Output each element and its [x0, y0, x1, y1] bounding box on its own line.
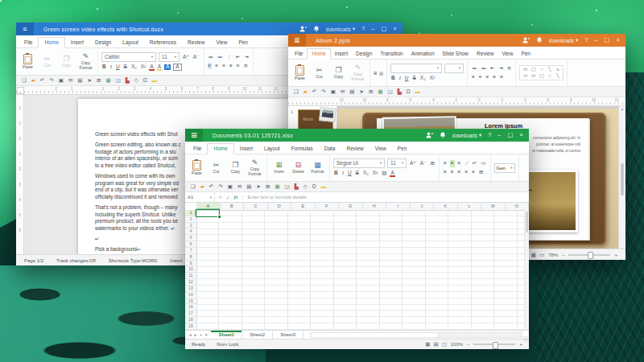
- underline-icon[interactable]: U: [404, 75, 410, 82]
- zoom-out-button[interactable]: –: [562, 253, 564, 257]
- confirm-entry-icon[interactable]: ✓: [226, 195, 230, 200]
- zoom-in-button[interactable]: +: [519, 342, 522, 347]
- spreadsheet-titlebar[interactable]: ⊞ Documents 03-01 125721.xlsx downloads …: [185, 129, 529, 142]
- close-button[interactable]: ×: [394, 26, 397, 32]
- column-header-g[interactable]: G: [339, 203, 363, 210]
- picture-icon[interactable]: ▦: [275, 184, 279, 190]
- writer-tab-insert[interactable]: Insert: [65, 38, 89, 47]
- row-header-8[interactable]: 8: [185, 254, 196, 261]
- cut-button[interactable]: ✂Cut: [39, 56, 56, 68]
- undo-icon[interactable]: ↶: [312, 89, 316, 95]
- sheet-tab-sheet3[interactable]: Sheet3: [273, 331, 303, 339]
- cells-area[interactable]: [196, 210, 525, 330]
- align-middle-icon[interactable]: ≡: [450, 160, 455, 167]
- zoom-out-button[interactable]: –: [467, 342, 469, 347]
- indent-increase-icon[interactable]: ⇥: [497, 65, 503, 72]
- shape-blank[interactable]: ▭: [522, 67, 529, 72]
- worksheet-grid[interactable]: ABCDEFGHIJKLMN 1234567891011121314151617…: [185, 203, 529, 330]
- minimize-button[interactable]: –: [371, 26, 374, 32]
- fill-color-icon[interactable]: ▨: [381, 170, 387, 177]
- font-name-combo[interactable]: ▾: [390, 64, 442, 73]
- writer-tab-file[interactable]: File: [19, 38, 38, 47]
- grid-vertical-scrollbar[interactable]: [524, 210, 529, 330]
- shrink-font-icon[interactable]: A⁻: [192, 54, 200, 61]
- row-header-3[interactable]: 3: [185, 223, 196, 229]
- strike-icon[interactable]: S: [355, 170, 360, 177]
- help-button[interactable]: ?: [584, 37, 588, 43]
- notification-bell-icon[interactable]: [440, 132, 446, 138]
- align-right-icon[interactable]: ≡: [457, 169, 462, 176]
- shortcuts-type-indicator[interactable]: Shortcuts Type:WORD: [109, 258, 158, 263]
- table-icon[interactable]: ⊞: [97, 78, 101, 84]
- row-header-19[interactable]: 19: [185, 323, 196, 330]
- delete-cells-button[interactable]: ⊟Delete: [290, 162, 307, 175]
- distributed-icon[interactable]: ≡: [236, 63, 241, 70]
- new-file-icon[interactable]: ❏: [294, 89, 299, 95]
- slide-layout-icon[interactable]: ▤: [379, 71, 383, 76]
- tab-stop-selector[interactable]: [17, 87, 24, 94]
- format-cells-button[interactable]: ▦Format: [309, 162, 326, 175]
- superscript-icon[interactable]: X²: [429, 75, 436, 82]
- font-color-icon[interactable]: A: [390, 170, 394, 178]
- save-icon[interactable]: ▣: [228, 184, 233, 190]
- zoom-slider[interactable]: [473, 343, 515, 345]
- slide-1-thumbnail[interactable]: Album: [298, 109, 333, 130]
- shapes-icon[interactable]: ◇: [134, 78, 138, 84]
- chart-icon[interactable]: ▙: [126, 78, 130, 84]
- number-list-icon[interactable]: ≕: [217, 54, 224, 61]
- email-icon[interactable]: ✉: [68, 78, 72, 84]
- select-cursor-icon[interactable]: ➤: [88, 78, 92, 84]
- account-dropdown[interactable]: downloads ▾: [549, 37, 578, 43]
- scroll-up-icon[interactable]: ▴: [621, 107, 623, 111]
- presentation-tab-slide-show[interactable]: Slide Show: [439, 49, 473, 59]
- writer-tab-references[interactable]: References: [144, 38, 182, 47]
- notification-bell-icon[interactable]: [536, 37, 543, 43]
- maximize-button[interactable]: ▢: [382, 26, 387, 32]
- screenshot-icon[interactable]: ◲: [388, 89, 393, 95]
- multilevel-list-icon[interactable]: ⋮: [226, 54, 233, 61]
- superscript-icon[interactable]: X²: [140, 64, 147, 71]
- slide-sorter-icon[interactable]: ▦: [531, 252, 536, 258]
- line-spacing-icon[interactable]: ≋: [506, 65, 512, 72]
- symbol-icon[interactable]: Ω: [407, 89, 411, 95]
- help-button[interactable]: ?: [361, 26, 365, 32]
- maximize-button[interactable]: ▢: [508, 132, 514, 138]
- slideshow-view-icon[interactable]: ▭: [539, 252, 544, 258]
- highlight-color-icon[interactable]: A: [157, 64, 162, 72]
- presentation-tab-design[interactable]: Design: [352, 49, 376, 59]
- wrap-text-icon[interactable]: ↵: [472, 160, 477, 167]
- paste-button[interactable]: Paste: [188, 160, 205, 176]
- spreadsheet-tab-data[interactable]: Data: [319, 144, 341, 154]
- spreadsheet-tab-layout[interactable]: Layout: [258, 144, 286, 154]
- redo-icon[interactable]: ↷: [49, 78, 53, 84]
- column-header-l[interactable]: L: [458, 203, 482, 210]
- shrink-font-icon[interactable]: A⁻: [419, 160, 427, 167]
- screenshot-icon[interactable]: ◲: [285, 184, 290, 190]
- line-spacing-icon[interactable]: ≋: [243, 63, 249, 70]
- row-header-10[interactable]: 10: [185, 266, 196, 273]
- writer-tab-review[interactable]: Review: [182, 38, 210, 47]
- underline-icon[interactable]: U: [347, 170, 353, 177]
- presentation-ruler[interactable]: 12108642024681012: [288, 97, 625, 106]
- grow-font-icon[interactable]: A⁺: [182, 54, 190, 61]
- window-resize-grip[interactable]: [523, 336, 528, 341]
- presentation-app-icon[interactable]: ≣: [288, 34, 306, 47]
- font-size-combo[interactable]: 11▾: [387, 158, 407, 168]
- account-dropdown[interactable]: downloads ▾: [326, 26, 355, 32]
- zoom-slider[interactable]: [568, 254, 610, 256]
- page-layout-icon[interactable]: ▤: [433, 341, 438, 348]
- row-header-16[interactable]: 16: [185, 304, 196, 311]
- sheet-nav-button-blank[interactable]: ◂: [189, 332, 192, 337]
- bullet-list-icon[interactable]: ≔: [471, 65, 478, 72]
- writer-tab-design[interactable]: Design: [89, 38, 117, 47]
- selected-cell-a1[interactable]: [196, 209, 220, 217]
- spreadsheet-app-icon[interactable]: ⊞: [185, 129, 203, 142]
- row-header-11[interactable]: 11: [185, 273, 196, 279]
- chart-icon[interactable]: ▙: [398, 89, 402, 95]
- print-icon[interactable]: ▤: [77, 78, 82, 84]
- column-header-n[interactable]: N: [506, 203, 530, 210]
- italic-icon[interactable]: I: [398, 75, 402, 82]
- open-folder-icon[interactable]: ▰: [303, 89, 308, 95]
- spreadsheet-tab-home[interactable]: Home: [207, 143, 233, 154]
- strike-icon[interactable]: S: [123, 64, 128, 71]
